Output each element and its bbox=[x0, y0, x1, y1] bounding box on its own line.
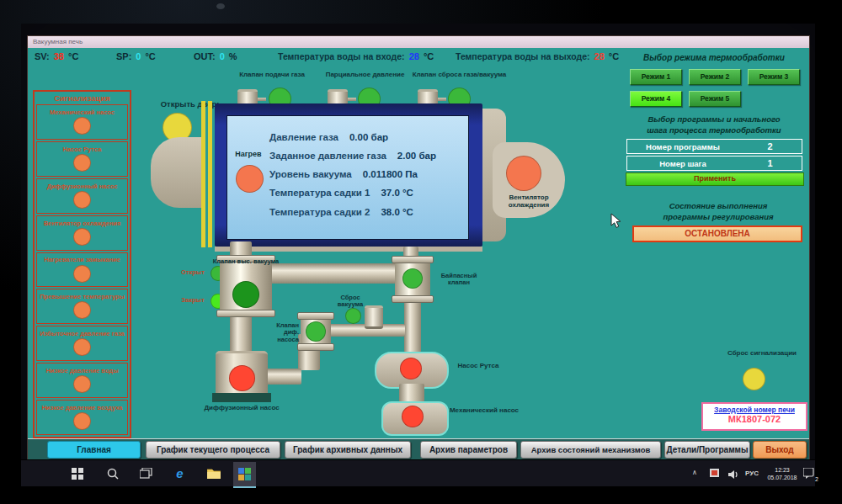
program-state-box: ОСТАНОВЛЕНА bbox=[632, 225, 802, 242]
heating-lamp bbox=[236, 165, 264, 193]
hi-vac-valve-lamp bbox=[232, 281, 259, 308]
mode-button-2[interactable]: Режим 2 bbox=[689, 69, 741, 85]
alarm-reset-label: Сброс сигнализации bbox=[720, 350, 804, 358]
reading-gas-setpoint: Заданное давление газа2.00 бар bbox=[269, 151, 436, 161]
door-stripe bbox=[208, 101, 212, 247]
mode-button-1[interactable]: Режим 1 bbox=[630, 69, 682, 85]
alarm-item: Насос Рутса bbox=[36, 141, 128, 177]
chamber-base bbox=[215, 247, 482, 252]
sp-unit: °C bbox=[145, 51, 155, 61]
alarm-lamp bbox=[73, 228, 91, 246]
window-titlebar[interactable]: Вакуумная печь bbox=[28, 36, 809, 48]
alarm-lamp bbox=[73, 265, 91, 283]
hmi-app-icon bbox=[238, 468, 251, 480]
program-number-label: Номер программы bbox=[627, 142, 738, 151]
out-label: OUT: bbox=[194, 51, 216, 61]
search-icon[interactable] bbox=[105, 466, 120, 480]
serial-plate: Заводской номер печи МК1807-072 bbox=[701, 402, 807, 431]
task-view-icon[interactable] bbox=[139, 466, 153, 480]
edge-browser-icon[interactable]: e bbox=[173, 466, 187, 480]
valve-stem bbox=[348, 98, 356, 101]
vacuum-release-valve-icon bbox=[365, 305, 383, 329]
tab-main[interactable]: Главная bbox=[47, 441, 141, 459]
legend-closed-label: Закрыт bbox=[178, 297, 208, 304]
notifications-icon[interactable]: 2 bbox=[802, 466, 816, 480]
alarm-item-label: Нагреватели замыкание bbox=[41, 257, 122, 263]
mechanical-pump-lamp bbox=[402, 406, 424, 427]
alarm-item: Механический насос bbox=[36, 104, 128, 140]
reading-value: 37.0 °C bbox=[381, 188, 413, 198]
desktop: Вакуумная печь SV:38°C SP:0°C OUT:0% Тем… bbox=[21, 24, 815, 485]
alarm-items: Механический насос Насос Рутса Диффузион… bbox=[36, 104, 128, 435]
start-button[interactable] bbox=[70, 466, 84, 480]
diffusion-pump-lamp bbox=[229, 365, 255, 391]
windows-taskbar: e ∧ РУС 12:23 05.07.2018 2 bbox=[21, 459, 815, 486]
alarm-item-label: Превышение температуры bbox=[37, 294, 127, 300]
reading-label: Температура садки 2 bbox=[269, 207, 370, 217]
alarm-item: Превышение температуры bbox=[36, 289, 128, 324]
webcam-dot bbox=[216, 3, 225, 9]
window-title: Вакуумная печь bbox=[33, 38, 83, 45]
mode-button-5[interactable]: Режим 5 bbox=[689, 91, 741, 107]
pipe bbox=[270, 263, 397, 284]
alarm-lamp bbox=[73, 154, 91, 172]
sp-readout: SP:0°C bbox=[116, 51, 156, 65]
sv-readout: SV:38°C bbox=[35, 51, 78, 65]
alarm-item-label: Насос Рутса bbox=[61, 146, 104, 153]
gas-supply-valve-label: Клапан подачи газа bbox=[230, 72, 314, 79]
reading-charge-temp-2: Температура садки 238.0 °C bbox=[269, 207, 413, 217]
diffusion-pump-label: Диффузионный насос bbox=[203, 405, 280, 412]
sv-unit: °C bbox=[68, 51, 78, 61]
tab-parts-programs[interactable]: Детали/Программы bbox=[664, 441, 750, 459]
program-title-line2: шага процесса термообработки bbox=[605, 125, 809, 135]
alarm-lamp bbox=[73, 412, 91, 430]
alarm-reset-button[interactable] bbox=[743, 368, 765, 390]
alarm-lamp bbox=[73, 117, 91, 135]
mode-button-3[interactable]: Режим 3 bbox=[748, 69, 800, 85]
program-number-value: 2 bbox=[738, 141, 802, 151]
heating-label: Нагрев bbox=[230, 150, 267, 158]
reading-value: 0.00 бар bbox=[349, 132, 388, 142]
mechanical-pump-label: Механический насос bbox=[449, 407, 520, 415]
volume-icon[interactable] bbox=[727, 467, 741, 481]
mode-panel-title: Выбор режима термообработки bbox=[609, 53, 809, 62]
water-out-readout: Температура воды на выходе:28°C bbox=[456, 51, 619, 65]
tray-app-icon-glyph bbox=[711, 470, 717, 475]
clock-time: 12:23 bbox=[765, 467, 800, 475]
sp-label: SP: bbox=[116, 51, 131, 61]
alarm-item-label: Низкое давление воды bbox=[43, 368, 120, 374]
tab-parameter-archive[interactable]: Архив параметров bbox=[420, 441, 517, 459]
alarm-lamp bbox=[73, 191, 91, 209]
program-number-row[interactable]: Номер программы 2 bbox=[626, 139, 802, 154]
bypass-valve-lamp bbox=[402, 268, 423, 289]
language-indicator[interactable]: РУС bbox=[745, 470, 759, 477]
taskbar-clock[interactable]: 12:23 05.07.2018 bbox=[765, 467, 800, 482]
tab-mechanism-state-archive[interactable]: Архив состояний механизмов bbox=[520, 441, 661, 459]
file-explorer-icon[interactable] bbox=[206, 466, 221, 480]
alarm-item-label: Низкое давление воздуха bbox=[39, 405, 125, 411]
hmi-client-area: SV:38°C SP:0°C OUT:0% Температура воды н… bbox=[28, 48, 809, 438]
reading-label: Уровень вакуума bbox=[269, 169, 352, 179]
tray-chevron-icon[interactable]: ∧ bbox=[692, 469, 697, 476]
door-stripe bbox=[201, 101, 205, 247]
mode-button-4[interactable]: Режим 4 bbox=[630, 91, 682, 107]
serial-label: Заводской номер печи bbox=[703, 406, 806, 414]
active-app-button[interactable] bbox=[233, 462, 256, 488]
alarm-lamp bbox=[73, 338, 91, 356]
tray-app-icon[interactable] bbox=[710, 469, 719, 477]
alarm-lamp bbox=[73, 301, 91, 319]
pipe bbox=[230, 316, 252, 354]
tab-current-process-graph[interactable]: График текущего процесса bbox=[146, 441, 280, 459]
apply-button[interactable]: Применить bbox=[626, 172, 804, 186]
tab-archive-graph[interactable]: График архивных данных bbox=[285, 441, 411, 459]
reading-label: Давление газа bbox=[269, 132, 338, 142]
alarm-item: Низкое давление воды bbox=[36, 363, 128, 398]
notifications-badge: 2 bbox=[815, 476, 818, 482]
alarm-panel-title: Сигнализация bbox=[36, 93, 128, 104]
alarm-panel: Сигнализация Механический насос Насос Ру… bbox=[33, 90, 131, 438]
step-number-row[interactable]: Номер шага 1 bbox=[626, 156, 802, 171]
reading-label: Заданное давление газа bbox=[269, 151, 386, 161]
water-in-readout: Температура воды на входе:28°C bbox=[278, 51, 434, 65]
alarm-item: Низкое давление воздуха bbox=[36, 400, 128, 435]
tab-exit[interactable]: Выход bbox=[753, 441, 807, 459]
